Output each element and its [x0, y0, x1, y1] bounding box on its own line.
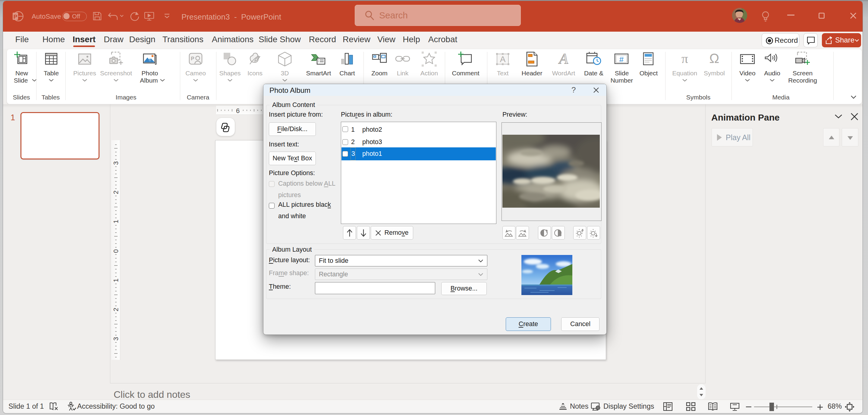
svg-text:2: 2 [112, 308, 120, 311]
svg-text:3: 3 [112, 337, 120, 341]
svg-text:A: A [558, 51, 568, 67]
svg-text:Ω: Ω [710, 51, 719, 66]
svg-text:A: A [500, 55, 506, 64]
svg-text:π: π [681, 51, 688, 66]
svg-text:P: P [191, 56, 194, 62]
svg-text:2: 2 [112, 190, 120, 194]
svg-text:1: 1 [112, 279, 120, 282]
svg-text:0: 0 [112, 249, 120, 253]
svg-text:P: P [13, 13, 18, 20]
svg-text:#: # [619, 55, 624, 64]
svg-text:3: 3 [112, 161, 120, 165]
svg-text:1: 1 [112, 220, 120, 223]
svg-text:6: 6 [236, 107, 240, 115]
